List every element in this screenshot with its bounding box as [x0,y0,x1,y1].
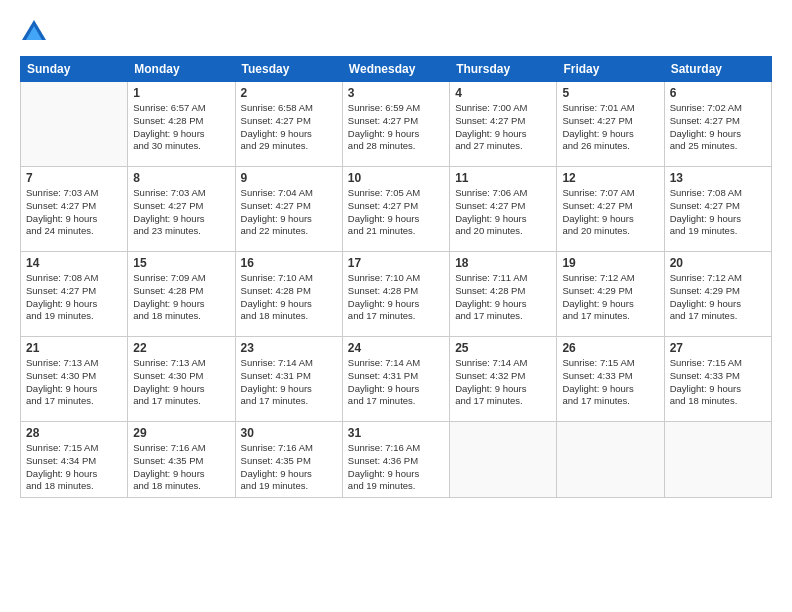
day-info: Sunrise: 7:08 AMSunset: 4:27 PMDaylight:… [670,187,766,238]
day-number: 10 [348,171,444,185]
day-info: Sunrise: 7:08 AMSunset: 4:27 PMDaylight:… [26,272,122,323]
day-info: Sunrise: 7:00 AMSunset: 4:27 PMDaylight:… [455,102,551,153]
calendar-cell: 25Sunrise: 7:14 AMSunset: 4:32 PMDayligh… [450,337,557,422]
day-number: 8 [133,171,229,185]
day-number: 3 [348,86,444,100]
day-info: Sunrise: 7:14 AMSunset: 4:31 PMDaylight:… [348,357,444,408]
logo-icon [20,18,48,46]
day-info: Sunrise: 7:11 AMSunset: 4:28 PMDaylight:… [455,272,551,323]
calendar-cell: 5Sunrise: 7:01 AMSunset: 4:27 PMDaylight… [557,82,664,167]
day-number: 15 [133,256,229,270]
day-number: 28 [26,426,122,440]
calendar-week-row: 21Sunrise: 7:13 AMSunset: 4:30 PMDayligh… [21,337,772,422]
day-info: Sunrise: 7:13 AMSunset: 4:30 PMDaylight:… [26,357,122,408]
day-number: 26 [562,341,658,355]
calendar-cell [21,82,128,167]
day-info: Sunrise: 7:02 AMSunset: 4:27 PMDaylight:… [670,102,766,153]
calendar-cell: 31Sunrise: 7:16 AMSunset: 4:36 PMDayligh… [342,422,449,498]
day-number: 12 [562,171,658,185]
calendar-week-row: 28Sunrise: 7:15 AMSunset: 4:34 PMDayligh… [21,422,772,498]
calendar-cell: 28Sunrise: 7:15 AMSunset: 4:34 PMDayligh… [21,422,128,498]
day-number: 13 [670,171,766,185]
day-info: Sunrise: 7:16 AMSunset: 4:35 PMDaylight:… [241,442,337,493]
day-number: 4 [455,86,551,100]
calendar-cell: 6Sunrise: 7:02 AMSunset: 4:27 PMDaylight… [664,82,771,167]
day-info: Sunrise: 7:12 AMSunset: 4:29 PMDaylight:… [562,272,658,323]
page: SundayMondayTuesdayWednesdayThursdayFrid… [0,0,792,612]
day-info: Sunrise: 7:04 AMSunset: 4:27 PMDaylight:… [241,187,337,238]
calendar-cell: 30Sunrise: 7:16 AMSunset: 4:35 PMDayligh… [235,422,342,498]
calendar-cell: 26Sunrise: 7:15 AMSunset: 4:33 PMDayligh… [557,337,664,422]
day-number: 27 [670,341,766,355]
weekday-header-thursday: Thursday [450,57,557,82]
header [20,18,772,46]
calendar-cell: 18Sunrise: 7:11 AMSunset: 4:28 PMDayligh… [450,252,557,337]
day-info: Sunrise: 6:59 AMSunset: 4:27 PMDaylight:… [348,102,444,153]
day-info: Sunrise: 7:03 AMSunset: 4:27 PMDaylight:… [133,187,229,238]
calendar-cell [450,422,557,498]
day-number: 18 [455,256,551,270]
calendar-cell: 19Sunrise: 7:12 AMSunset: 4:29 PMDayligh… [557,252,664,337]
day-info: Sunrise: 7:16 AMSunset: 4:35 PMDaylight:… [133,442,229,493]
calendar-cell: 24Sunrise: 7:14 AMSunset: 4:31 PMDayligh… [342,337,449,422]
calendar-week-row: 1Sunrise: 6:57 AMSunset: 4:28 PMDaylight… [21,82,772,167]
calendar-cell: 4Sunrise: 7:00 AMSunset: 4:27 PMDaylight… [450,82,557,167]
day-info: Sunrise: 7:07 AMSunset: 4:27 PMDaylight:… [562,187,658,238]
calendar-cell: 21Sunrise: 7:13 AMSunset: 4:30 PMDayligh… [21,337,128,422]
calendar-week-row: 7Sunrise: 7:03 AMSunset: 4:27 PMDaylight… [21,167,772,252]
day-number: 24 [348,341,444,355]
weekday-header-monday: Monday [128,57,235,82]
day-info: Sunrise: 7:05 AMSunset: 4:27 PMDaylight:… [348,187,444,238]
day-info: Sunrise: 7:15 AMSunset: 4:33 PMDaylight:… [670,357,766,408]
weekday-header-saturday: Saturday [664,57,771,82]
day-number: 20 [670,256,766,270]
day-number: 14 [26,256,122,270]
day-number: 2 [241,86,337,100]
calendar: SundayMondayTuesdayWednesdayThursdayFrid… [20,56,772,498]
weekday-header-tuesday: Tuesday [235,57,342,82]
day-info: Sunrise: 7:16 AMSunset: 4:36 PMDaylight:… [348,442,444,493]
day-info: Sunrise: 6:57 AMSunset: 4:28 PMDaylight:… [133,102,229,153]
day-info: Sunrise: 7:10 AMSunset: 4:28 PMDaylight:… [348,272,444,323]
calendar-body: 1Sunrise: 6:57 AMSunset: 4:28 PMDaylight… [21,82,772,498]
day-number: 9 [241,171,337,185]
day-number: 25 [455,341,551,355]
weekday-header-friday: Friday [557,57,664,82]
calendar-cell: 11Sunrise: 7:06 AMSunset: 4:27 PMDayligh… [450,167,557,252]
day-number: 6 [670,86,766,100]
day-number: 7 [26,171,122,185]
calendar-cell [664,422,771,498]
day-info: Sunrise: 7:03 AMSunset: 4:27 PMDaylight:… [26,187,122,238]
calendar-cell: 9Sunrise: 7:04 AMSunset: 4:27 PMDaylight… [235,167,342,252]
day-info: Sunrise: 7:14 AMSunset: 4:31 PMDaylight:… [241,357,337,408]
day-number: 16 [241,256,337,270]
day-number: 19 [562,256,658,270]
day-info: Sunrise: 7:15 AMSunset: 4:34 PMDaylight:… [26,442,122,493]
calendar-cell [557,422,664,498]
day-info: Sunrise: 7:13 AMSunset: 4:30 PMDaylight:… [133,357,229,408]
day-number: 31 [348,426,444,440]
calendar-week-row: 14Sunrise: 7:08 AMSunset: 4:27 PMDayligh… [21,252,772,337]
day-number: 30 [241,426,337,440]
day-number: 22 [133,341,229,355]
calendar-cell: 12Sunrise: 7:07 AMSunset: 4:27 PMDayligh… [557,167,664,252]
day-info: Sunrise: 7:15 AMSunset: 4:33 PMDaylight:… [562,357,658,408]
calendar-cell: 17Sunrise: 7:10 AMSunset: 4:28 PMDayligh… [342,252,449,337]
day-number: 11 [455,171,551,185]
day-number: 21 [26,341,122,355]
calendar-cell: 15Sunrise: 7:09 AMSunset: 4:28 PMDayligh… [128,252,235,337]
logo [20,18,52,46]
calendar-cell: 13Sunrise: 7:08 AMSunset: 4:27 PMDayligh… [664,167,771,252]
calendar-cell: 29Sunrise: 7:16 AMSunset: 4:35 PMDayligh… [128,422,235,498]
calendar-cell: 27Sunrise: 7:15 AMSunset: 4:33 PMDayligh… [664,337,771,422]
calendar-header-row: SundayMondayTuesdayWednesdayThursdayFrid… [21,57,772,82]
weekday-header-wednesday: Wednesday [342,57,449,82]
weekday-header-sunday: Sunday [21,57,128,82]
day-number: 5 [562,86,658,100]
calendar-cell: 23Sunrise: 7:14 AMSunset: 4:31 PMDayligh… [235,337,342,422]
day-info: Sunrise: 7:09 AMSunset: 4:28 PMDaylight:… [133,272,229,323]
day-info: Sunrise: 7:10 AMSunset: 4:28 PMDaylight:… [241,272,337,323]
day-info: Sunrise: 7:14 AMSunset: 4:32 PMDaylight:… [455,357,551,408]
calendar-cell: 3Sunrise: 6:59 AMSunset: 4:27 PMDaylight… [342,82,449,167]
calendar-cell: 2Sunrise: 6:58 AMSunset: 4:27 PMDaylight… [235,82,342,167]
